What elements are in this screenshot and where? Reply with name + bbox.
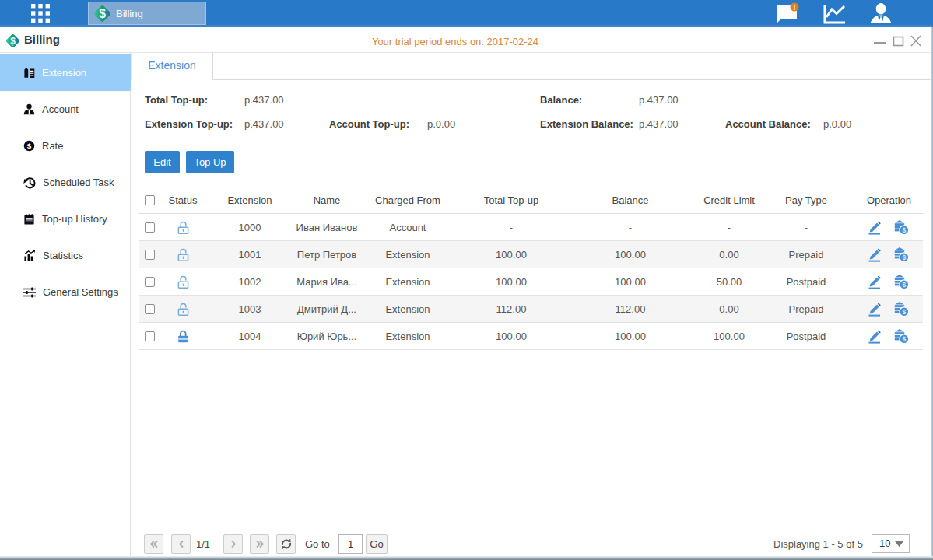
svg-text:$: $: [902, 334, 906, 342]
svg-text:!: !: [794, 4, 796, 12]
svg-text:$: $: [902, 307, 906, 315]
svg-text:$: $: [902, 226, 906, 233]
svg-text:$: $: [902, 280, 906, 288]
svg-text:$: $: [27, 142, 32, 150]
svg-text:$: $: [99, 7, 106, 20]
svg-text:$: $: [902, 253, 906, 261]
